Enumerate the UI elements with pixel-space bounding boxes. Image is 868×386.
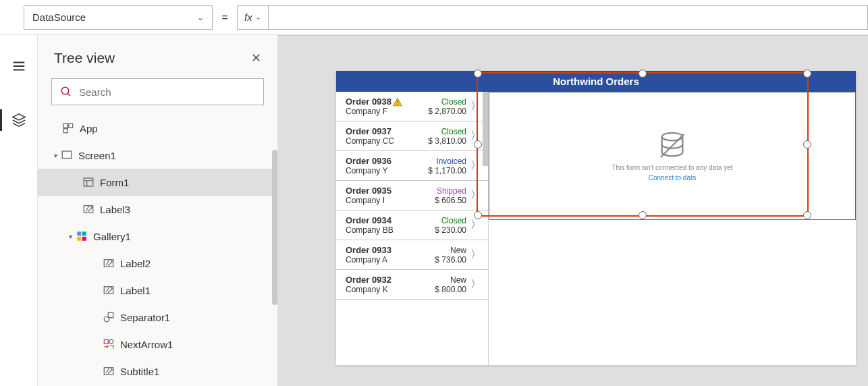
scrollbar[interactable] [483,92,488,166]
status-label: Closed [441,97,466,107]
svg-point-0 [61,87,69,94]
warning-icon [393,97,402,107]
company-name: Company BB [346,225,394,235]
price-label: $ 800.00 [435,285,466,294]
tree-item-label: Subtitle1 [120,366,159,377]
property-selector[interactable]: DataSource ⌄ [24,5,213,30]
tree-item-label: Label1 [120,285,151,296]
status-label: New [450,275,466,285]
tree-item-label: Separator1 [120,312,170,323]
close-icon[interactable]: ✕ [251,51,261,65]
canvas-area[interactable]: Northwind Orders Order 0938Company FClos… [278,35,868,386]
gallery-item[interactable]: Order 0933Company ANew$ 736.00〉 [336,240,488,270]
svg-rect-7 [77,231,81,236]
chevron-right-icon[interactable]: 〉 [470,248,481,262]
svg-point-16 [109,339,113,343]
tree-list: App▾Screen1Form1Label3▾Gallery1Label2Lab… [38,115,277,385]
gallery-item[interactable]: Order 0937Company CCClosed$ 3,810.00〉 [336,121,488,151]
svg-rect-5 [84,178,93,186]
form-empty-message: This form isn't connected to any data ye… [612,164,732,171]
chevron-right-icon[interactable]: 〉 [470,159,481,173]
svg-rect-10 [82,237,86,241]
search-input[interactable] [79,79,255,105]
gallery-item[interactable]: Order 0935Company IShipped$ 606.50〉 [336,181,488,211]
connect-to-data-link[interactable]: Connect to data [649,174,697,182]
app-title: Northwind Orders [553,76,639,87]
property-selector-label: DataSource [32,11,86,23]
search-icon [60,86,72,98]
expand-icon[interactable]: ▾ [65,233,76,240]
tree-item-subtitle1[interactable]: Subtitle1 [38,358,277,385]
gallery-item[interactable]: Order 0938Company FClosed$ 2,870.00〉 [336,92,488,121]
price-label: $ 3,810.00 [428,136,466,146]
equals-sign: = [213,11,237,24]
tree-item-label: Label3 [100,204,130,215]
svg-rect-14 [108,312,113,318]
chevron-right-icon[interactable]: 〉 [470,99,481,113]
scrollbar[interactable] [272,150,277,305]
company-name: Company Y [346,166,391,175]
tree-item-form1[interactable]: Form1 [38,169,277,196]
left-rail [0,35,38,386]
tree-item-label3[interactable]: Label3 [38,196,277,223]
tree-view-button[interactable] [0,107,38,134]
tree-item-label: Screen1 [78,150,116,161]
hamburger-button[interactable] [0,53,38,80]
price-label: $ 2,870.00 [428,107,466,116]
order-title: Order 0936 [346,156,391,166]
database-icon [657,130,688,161]
svg-rect-2 [69,123,73,128]
chevron-right-icon[interactable]: 〉 [470,277,481,292]
tree-item-label1[interactable]: Label1 [38,277,277,304]
fx-button[interactable]: fx ⌄ [237,5,269,30]
chevron-right-icon[interactable]: 〉 [470,218,481,232]
company-name: Company F [346,107,402,116]
order-title: Order 0937 [346,126,394,136]
tree-view-panel: Tree view ✕ App▾Screen1Form1Label3▾Galle… [38,35,278,386]
svg-rect-1 [63,123,67,128]
app-screen: Northwind Orders Order 0938Company FClos… [336,71,856,365]
fx-label: fx [244,11,252,23]
tree-item-separator1[interactable]: Separator1 [38,304,277,331]
tree-item-label: Label2 [120,258,151,269]
status-label: Closed [441,127,466,136]
order-title: Order 0933 [346,245,391,255]
tree-item-screen1[interactable]: ▾Screen1 [38,142,277,169]
tree-item-label: Form1 [100,177,129,188]
company-name: Company I [346,196,391,205]
svg-rect-9 [77,237,81,241]
status-label: Closed [441,216,466,225]
form-placeholder: This form isn't connected to any data ye… [489,92,856,220]
gallery-item[interactable]: Order 0932Company KNew$ 800.00〉 [336,270,488,300]
tree-item-label: Gallery1 [93,231,131,242]
app-header: Northwind Orders [336,71,856,92]
gallery[interactable]: Order 0938Company FClosed$ 2,870.00〉Orde… [336,92,489,365]
formula-bar: DataSource ⌄ = fx ⌄ [0,0,868,35]
order-title: Order 0938 [346,96,402,107]
status-label: New [450,246,466,255]
order-title: Order 0932 [346,275,391,285]
tree-item-label2[interactable]: Label2 [38,250,277,277]
formula-input[interactable] [269,5,868,30]
tree-item-label: App [80,123,98,134]
gallery-item[interactable]: Order 0936Company YInvoiced$ 1,170.00〉 [336,151,488,181]
form-area[interactable]: This form isn't connected to any data ye… [489,92,856,365]
chevron-down-icon: ⌄ [197,13,204,22]
status-label: Invoiced [436,157,466,166]
svg-rect-4 [62,151,72,159]
tree-search[interactable] [51,78,264,105]
chevron-right-icon[interactable]: 〉 [470,188,481,202]
svg-rect-8 [82,231,86,236]
order-title: Order 0935 [346,186,391,196]
price-label: $ 736.00 [435,255,466,265]
chevron-right-icon[interactable]: 〉 [470,129,481,143]
price-label: $ 606.50 [435,196,466,205]
status-label: Shipped [437,186,466,196]
tree-item-app[interactable]: App [38,115,277,142]
tree-item-nextarrow1[interactable]: NextArrow1 [38,331,277,358]
tree-item-gallery1[interactable]: ▾Gallery1 [38,223,277,250]
expand-icon[interactable]: ▾ [50,152,61,159]
tree-item-label: NextArrow1 [120,339,173,350]
chevron-down-icon: ⌄ [255,13,261,22]
gallery-item[interactable]: Order 0934Company BBClosed$ 230.00〉 [336,211,488,240]
